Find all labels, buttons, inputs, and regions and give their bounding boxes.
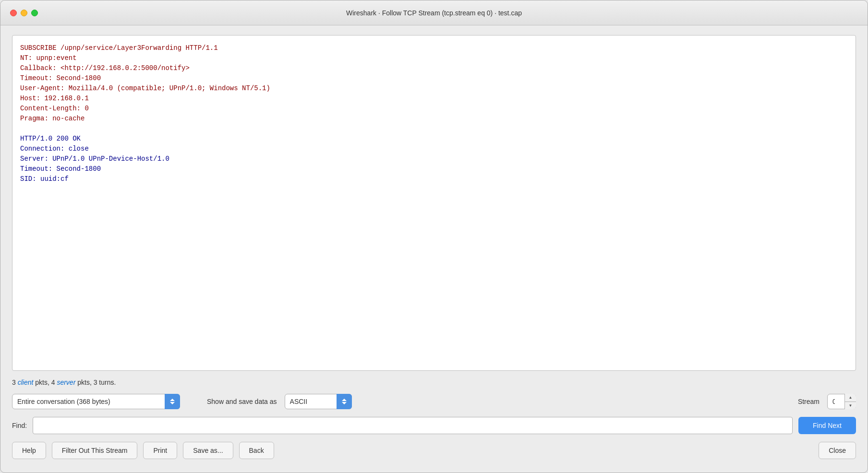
bottom-buttons-row: Help Filter Out This Stream Print Save a… [12,442,856,463]
print-button[interactable]: Print [143,442,177,459]
stream-spinner-wrap: ▲ ▼ [827,394,856,409]
stream-label: Stream [798,398,820,405]
stream-line-client-1: SUBSCRIBE /upnp/service/Layer3Forwarding… [20,43,848,53]
stream-line-client-2: NT: upnp:event [20,53,848,63]
controls-row: Entire conversation (368 bytes) Show and… [12,394,856,409]
title-bar: Wireshark · Follow TCP Stream (tcp.strea… [0,0,868,25]
help-button[interactable]: Help [12,442,46,459]
find-next-button[interactable]: Find Next [798,417,856,434]
stream-line-server-3: Server: UPnP/1.0 UPnP-Device-Host/1.0 [20,154,848,164]
stream-display[interactable]: SUBSCRIBE /upnp/service/Layer3Forwarding… [12,35,856,371]
ascii-select-wrap: ASCII Hex Dump C Arrays Raw UTF-8 YAML [285,394,352,409]
stream-line-server-1: HTTP/1.0 200 OK [20,134,848,144]
spinner-buttons: ▲ ▼ [844,394,856,409]
close-button[interactable]: Close [819,442,856,459]
blank-line-1 [20,124,848,134]
content-area: SUBSCRIBE /upnp/service/Layer3Forwarding… [0,25,868,473]
conversation-select-wrap: Entire conversation (368 bytes) [12,394,180,409]
stream-line-client-7: Content-Length: 0 [20,104,848,114]
stats-row: 3 client pkts, 4 server pkts, 3 turns. [12,378,856,386]
maximize-window-button[interactable] [31,10,38,16]
data-format-select[interactable]: ASCII Hex Dump C Arrays Raw UTF-8 YAML [285,394,352,409]
show-save-label: Show and save data as [207,398,277,405]
find-input[interactable] [33,417,793,434]
filter-out-button[interactable]: Filter Out This Stream [52,442,138,459]
stream-line-server-4: Timeout: Second-1800 [20,164,848,174]
conversation-select[interactable]: Entire conversation (368 bytes) [12,394,180,409]
minimize-window-button[interactable] [21,10,27,16]
client-word: client [18,378,34,386]
back-button[interactable]: Back [239,442,274,459]
stream-line-client-6: Host: 192.168.0.1 [20,94,848,104]
stream-line-server-2: Connection: close [20,144,848,154]
stream-decrement-button[interactable]: ▼ [845,402,856,410]
find-row: Find: Find Next [12,417,856,434]
close-window-button[interactable] [10,10,17,16]
stream-line-client-5: User-Agent: Mozilla/4.0 (compatible; UPn… [20,83,848,94]
stream-line-server-5: SID: uuid:cf [20,174,848,184]
stream-line-client-3: Callback: <http://192.168.0.2:5000/notif… [20,63,848,73]
server-word: server [57,378,75,386]
traffic-lights [10,10,38,16]
stream-line-client-8: Pragma: no-cache [20,114,848,124]
main-window: Wireshark · Follow TCP Stream (tcp.strea… [0,0,868,473]
stream-increment-button[interactable]: ▲ [845,394,856,402]
window-title: Wireshark · Follow TCP Stream (tcp.strea… [346,9,522,17]
stream-line-client-4: Timeout: Second-1800 [20,73,848,83]
find-label: Find: [12,422,27,429]
save-as-button[interactable]: Save as... [183,442,233,459]
